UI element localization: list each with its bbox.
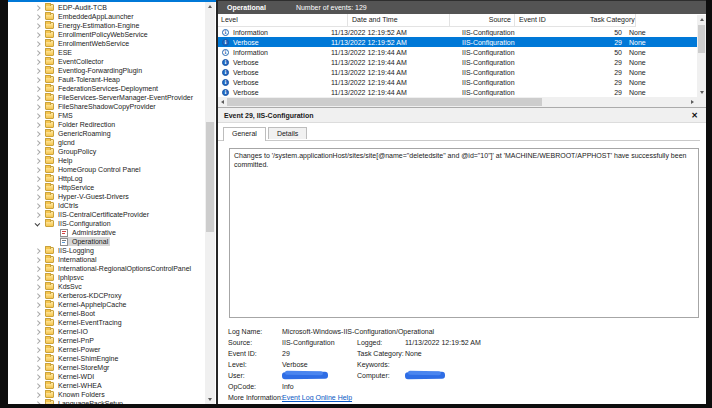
detail-tab[interactable]: General <box>223 127 266 141</box>
chevron-icon[interactable] <box>30 402 45 404</box>
chevron-icon[interactable] <box>30 195 45 199</box>
chevron-icon[interactable] <box>30 114 45 118</box>
tree-item[interactable]: Folder Redirection <box>8 120 205 129</box>
chevron-icon[interactable] <box>30 69 45 73</box>
event-row[interactable]: Verbose 11/13/2022 12:19:44 AM IIS-Confi… <box>218 87 697 97</box>
tree-item[interactable]: Kernel-PnP <box>8 336 205 345</box>
tree-item[interactable]: IIS-Logging <box>8 246 205 255</box>
tree-item[interactable]: Kernel-EventTracing <box>8 318 205 327</box>
chevron-icon[interactable] <box>30 222 45 226</box>
tree-item[interactable]: GroupPolicy <box>8 147 205 156</box>
tree-item[interactable]: FileShareShadowCopyProvider <box>8 102 205 111</box>
chevron-icon[interactable] <box>30 78 45 82</box>
tree-item[interactable]: Hyper-V-Guest-Drivers <box>8 192 205 201</box>
chevron-icon[interactable] <box>30 141 45 145</box>
scroll-right-icon[interactable] <box>688 97 697 107</box>
tree-scrollbar[interactable] <box>205 2 215 404</box>
chevron-icon[interactable] <box>30 321 45 325</box>
column-header[interactable]: Level <box>218 14 348 27</box>
tree-item[interactable]: FMS <box>8 111 205 120</box>
chevron-icon[interactable] <box>30 150 45 154</box>
tree-item[interactable]: Kernel-ShimEngine <box>8 354 205 363</box>
tree-item[interactable]: Help <box>8 156 205 165</box>
tree-item[interactable]: International-RegionalOptionsControlPane… <box>8 264 205 273</box>
chevron-icon[interactable] <box>30 285 45 289</box>
tree-scrollbar-thumb[interactable] <box>206 122 214 232</box>
tree-item[interactable]: ESE <box>8 48 205 57</box>
column-header[interactable]: Source <box>450 14 515 27</box>
tree-item[interactable]: FederationServices-Deployment <box>8 84 205 93</box>
detail-tab[interactable]: Details <box>268 127 307 139</box>
tree-item[interactable]: Energy-Estimation-Engine <box>8 21 205 30</box>
tree-item[interactable]: EnrollmentPolicyWebService <box>8 30 205 39</box>
chevron-icon[interactable] <box>30 186 45 190</box>
chevron-icon[interactable] <box>30 87 45 91</box>
chevron-icon[interactable] <box>30 105 45 109</box>
tree-item[interactable]: IIS-Configuration <box>8 219 205 228</box>
chevron-icon[interactable] <box>30 294 45 298</box>
tree-item[interactable]: Kernel-WDI <box>8 372 205 381</box>
column-header[interactable]: Event ID <box>515 14 587 27</box>
scroll-up-icon[interactable] <box>205 2 215 11</box>
chevron-icon[interactable] <box>30 123 45 127</box>
chevron-icon[interactable] <box>30 330 45 334</box>
chevron-icon[interactable] <box>30 348 45 352</box>
chevron-icon[interactable] <box>30 132 45 136</box>
tree-item[interactable]: glcnd <box>8 138 205 147</box>
tree-item[interactable]: Known Folders <box>8 390 205 399</box>
scroll-left-icon[interactable] <box>218 97 227 107</box>
chevron-icon[interactable] <box>30 24 45 28</box>
tree-item[interactable]: Operational <box>8 237 205 246</box>
event-list-horizontal-scrollbar[interactable] <box>218 97 697 107</box>
scrollbar-thumb[interactable] <box>698 25 705 53</box>
chevron-icon[interactable] <box>30 60 45 64</box>
tree-item[interactable]: Kernel-Boot <box>8 309 205 318</box>
chevron-icon[interactable] <box>30 303 45 307</box>
event-row[interactable]: Verbose 11/13/2022 12:19:44 AM IIS-Confi… <box>218 67 697 77</box>
tree-item[interactable]: LanguagePackSetup <box>8 399 205 404</box>
tree-item[interactable]: IIS-CentralCertificateProvider <box>8 210 205 219</box>
tree-item[interactable]: Administrative <box>8 228 205 237</box>
event-list-vertical-scrollbar[interactable] <box>697 15 706 97</box>
chevron-icon[interactable] <box>30 366 45 370</box>
close-icon[interactable]: ✕ <box>691 110 698 121</box>
tree-item[interactable]: Kerberos-KDCProxy <box>8 291 205 300</box>
tree-item[interactable]: HttpLog <box>8 174 205 183</box>
chevron-icon[interactable] <box>30 96 45 100</box>
tree-item[interactable]: KdsSvc <box>8 282 205 291</box>
tree-item[interactable]: IdCtrls <box>8 201 205 210</box>
event-log-online-help-link[interactable]: Event Log Online Help <box>282 394 352 401</box>
chevron-icon[interactable] <box>30 267 45 271</box>
event-row[interactable]: Verbose 11/13/2022 12:19:44 AM IIS-Confi… <box>218 77 697 87</box>
chevron-icon[interactable] <box>30 393 45 397</box>
scrollbar-thumb[interactable] <box>227 98 542 106</box>
chevron-icon[interactable] <box>30 177 45 181</box>
tree-item[interactable]: Kernel-WHEA <box>8 381 205 390</box>
tree-item[interactable]: Kernel-Power <box>8 345 205 354</box>
scroll-up-icon[interactable] <box>697 15 706 24</box>
event-row[interactable]: Verbose 11/13/2022 12:19:52 AM IIS-Confi… <box>218 37 697 47</box>
chevron-icon[interactable] <box>30 168 45 172</box>
chevron-icon[interactable] <box>30 213 45 217</box>
chevron-icon[interactable] <box>30 258 45 262</box>
column-header[interactable]: Task Category <box>587 14 636 27</box>
chevron-icon[interactable] <box>30 375 45 379</box>
chevron-icon[interactable] <box>30 249 45 253</box>
chevron-icon[interactable] <box>30 384 45 388</box>
tree-item[interactable]: HttpService <box>8 183 205 192</box>
chevron-icon[interactable] <box>30 6 45 10</box>
tree-item[interactable]: International <box>8 255 205 264</box>
tree-item[interactable]: EDP-Audit-TCB <box>8 3 205 12</box>
tree-item[interactable]: Eventlog-ForwardingPlugin <box>8 66 205 75</box>
chevron-icon[interactable] <box>30 159 45 163</box>
chevron-icon[interactable] <box>30 42 45 46</box>
tree-item[interactable]: Iphlpsvc <box>8 273 205 282</box>
scroll-down-icon[interactable] <box>205 395 215 404</box>
chevron-icon[interactable] <box>30 357 45 361</box>
chevron-icon[interactable] <box>30 33 45 37</box>
chevron-icon[interactable] <box>30 276 45 280</box>
event-row[interactable]: Verbose 11/13/2022 12:19:44 AM IIS-Confi… <box>218 57 697 67</box>
chevron-icon[interactable] <box>30 15 45 19</box>
event-row[interactable]: Information 11/13/2022 12:19:44 AM IIS-C… <box>218 47 697 57</box>
tree-item[interactable]: Fault-Tolerant-Heap <box>8 75 205 84</box>
